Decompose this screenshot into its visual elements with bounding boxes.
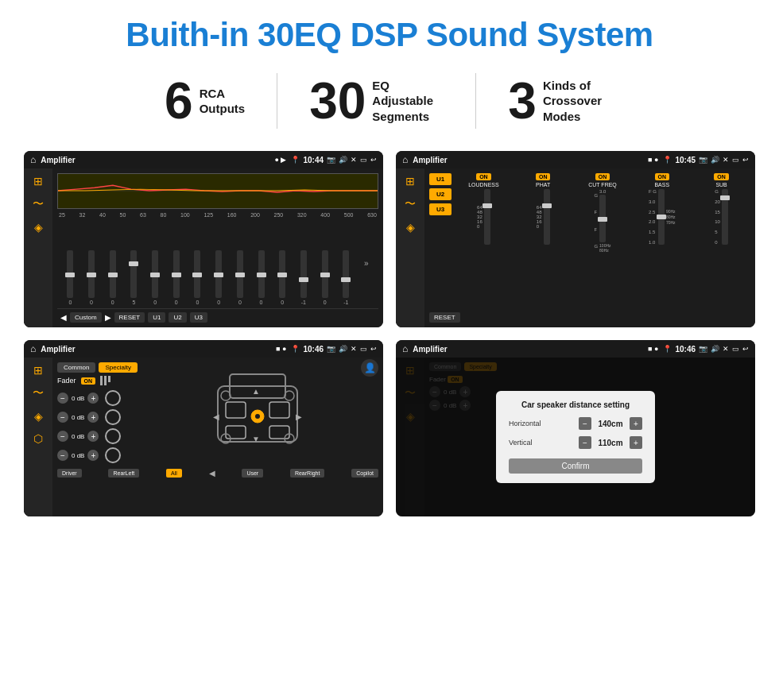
next-arrow[interactable]: ▶ bbox=[105, 313, 111, 322]
u1-btn-eq[interactable]: U1 bbox=[148, 312, 165, 323]
slider-track-5[interactable] bbox=[152, 250, 158, 298]
user-btn[interactable]: User bbox=[242, 469, 263, 478]
dot-icons-4: ■ ● bbox=[648, 345, 658, 353]
slider-track-2[interactable] bbox=[88, 250, 95, 298]
reset-btn-eq[interactable]: RESET bbox=[114, 312, 145, 323]
bass-thumb[interactable] bbox=[657, 215, 666, 219]
preset-u1[interactable]: U1 bbox=[429, 173, 452, 185]
slider-thumb-4[interactable] bbox=[129, 261, 138, 266]
rearright-btn[interactable]: RearRight bbox=[290, 469, 325, 478]
phat-track[interactable] bbox=[544, 189, 550, 245]
slider-thumb-6[interactable] bbox=[172, 273, 181, 277]
cutfreq-control: GFFG 3.0 100Hz80Hz bbox=[594, 189, 610, 253]
sub-on[interactable]: ON bbox=[714, 173, 729, 180]
slider-value-7: 0 bbox=[196, 300, 200, 305]
sub-track[interactable] bbox=[722, 189, 728, 245]
eq-wave-icon[interactable]: 〜 bbox=[33, 197, 44, 211]
eq-slider-col-11: 0 bbox=[279, 250, 285, 305]
preset-u2[interactable]: U2 bbox=[429, 188, 452, 200]
slider-thumb-9[interactable] bbox=[235, 273, 245, 277]
slider-track-4[interactable] bbox=[130, 250, 137, 298]
level-plus-2[interactable]: + bbox=[87, 412, 99, 423]
more-icon[interactable]: » bbox=[364, 259, 369, 268]
sub-thumb[interactable] bbox=[720, 195, 730, 200]
loudness-track[interactable] bbox=[484, 189, 490, 245]
app-title-1: Amplifier bbox=[41, 156, 269, 164]
profile-icon[interactable]: 👤 bbox=[361, 359, 378, 377]
cutfreq-track[interactable] bbox=[599, 195, 606, 242]
slider-thumb-12[interactable] bbox=[299, 277, 308, 282]
loudness-on[interactable]: ON bbox=[476, 173, 491, 180]
amp-speaker-icon[interactable]: ◈ bbox=[406, 221, 415, 234]
level-minus-3[interactable]: − bbox=[57, 431, 68, 442]
custom-btn[interactable]: Custom bbox=[70, 312, 102, 323]
slider-track-9[interactable] bbox=[237, 250, 243, 298]
android-bar-3: ⌂ Amplifier ■ ● 📍 10:46 📷 🔊 ✕ ▭ ↩ bbox=[24, 340, 383, 358]
slider-track-7[interactable] bbox=[194, 250, 200, 298]
level-plus-1[interactable]: + bbox=[87, 393, 99, 404]
u2-btn-eq[interactable]: U2 bbox=[169, 312, 186, 323]
reset-btn-amp[interactable]: RESET bbox=[429, 312, 460, 323]
eq-speaker-icon[interactable]: ◈ bbox=[34, 221, 43, 234]
rearleft-btn[interactable]: RearLeft bbox=[108, 469, 139, 478]
level-minus-1[interactable]: − bbox=[57, 393, 68, 404]
slider-thumb-7[interactable] bbox=[192, 273, 202, 277]
all-btn[interactable]: All bbox=[166, 469, 182, 478]
fader-bar-3 bbox=[108, 376, 110, 382]
cross-filter-icon[interactable]: ⊞ bbox=[33, 364, 43, 377]
preset-u3[interactable]: U3 bbox=[429, 203, 452, 215]
tab-common[interactable]: Common bbox=[57, 362, 95, 373]
prev-arrow[interactable]: ◀ bbox=[60, 313, 67, 322]
driver-btn[interactable]: Driver bbox=[57, 469, 82, 478]
vertical-minus-btn[interactable]: − bbox=[579, 436, 591, 449]
slider-track-10[interactable] bbox=[258, 250, 265, 298]
phat-on[interactable]: ON bbox=[536, 173, 551, 180]
level-plus-3[interactable]: + bbox=[87, 431, 99, 442]
cross-arrows-icon[interactable]: ⬡ bbox=[33, 432, 43, 445]
level-minus-4[interactable]: − bbox=[57, 450, 68, 461]
slider-track-12[interactable] bbox=[300, 250, 307, 298]
fader-on-badge[interactable]: ON bbox=[81, 377, 96, 385]
tab-specialty[interactable]: Specialty bbox=[99, 362, 137, 373]
slider-thumb-14[interactable] bbox=[341, 277, 351, 282]
slider-thumb-13[interactable] bbox=[320, 273, 330, 277]
slider-thumb-8[interactable] bbox=[214, 273, 223, 277]
cutfreq-thumb[interactable] bbox=[598, 217, 607, 222]
amp-filter-icon[interactable]: ⊞ bbox=[405, 175, 415, 188]
eq-freq-labels: 2532405063 80100125160200 25032040050063… bbox=[57, 212, 378, 218]
horizontal-minus-btn[interactable]: − bbox=[579, 417, 591, 430]
vertical-plus-btn[interactable]: + bbox=[630, 436, 642, 449]
cross-speaker-icon[interactable]: ◈ bbox=[34, 410, 43, 423]
amp-wave-icon[interactable]: 〜 bbox=[405, 197, 416, 211]
slider-track-11[interactable] bbox=[279, 250, 285, 298]
cross-wave-icon[interactable]: 〜 bbox=[33, 386, 44, 400]
nav-left-icon[interactable]: ◀ bbox=[209, 469, 215, 478]
slider-thumb-11[interactable] bbox=[277, 273, 287, 277]
bass-track[interactable] bbox=[658, 189, 665, 245]
slider-thumb-3[interactable] bbox=[108, 273, 118, 277]
phat-thumb[interactable] bbox=[542, 203, 552, 208]
screen-eq: ⌂ Amplifier ● ▶ 📍 10:44 📷 🔊 ✕ ▭ ↩ ⊞ 〜 ◈ bbox=[24, 151, 383, 327]
cutfreq-on[interactable]: ON bbox=[595, 173, 610, 180]
slider-track-1[interactable] bbox=[67, 250, 73, 298]
slider-track-3[interactable] bbox=[110, 250, 116, 298]
slider-thumb-2[interactable] bbox=[87, 273, 96, 277]
u3-btn-eq[interactable]: U3 bbox=[190, 312, 207, 323]
slider-track-14[interactable] bbox=[343, 250, 349, 298]
slider-thumb-1[interactable] bbox=[65, 273, 75, 277]
slider-track-13[interactable] bbox=[322, 250, 328, 298]
level-plus-4[interactable]: + bbox=[87, 450, 99, 461]
slider-thumb-5[interactable] bbox=[150, 273, 160, 277]
slider-thumb-10[interactable] bbox=[257, 273, 266, 277]
eq-filter-icon[interactable]: ⊞ bbox=[33, 175, 43, 188]
slider-track-6[interactable] bbox=[173, 250, 180, 298]
eq-left-sidebar: ⊞ 〜 ◈ bbox=[24, 168, 52, 327]
confirm-btn[interactable]: Confirm bbox=[509, 458, 642, 474]
copilot-btn[interactable]: Copilot bbox=[351, 469, 378, 478]
bass-on[interactable]: ON bbox=[655, 173, 670, 180]
slider-track-8[interactable] bbox=[215, 250, 222, 298]
loudness-thumb[interactable] bbox=[483, 203, 492, 208]
camera-icon-4: 📷 bbox=[699, 345, 707, 353]
level-minus-2[interactable]: − bbox=[57, 412, 68, 423]
horizontal-plus-btn[interactable]: + bbox=[630, 417, 642, 430]
